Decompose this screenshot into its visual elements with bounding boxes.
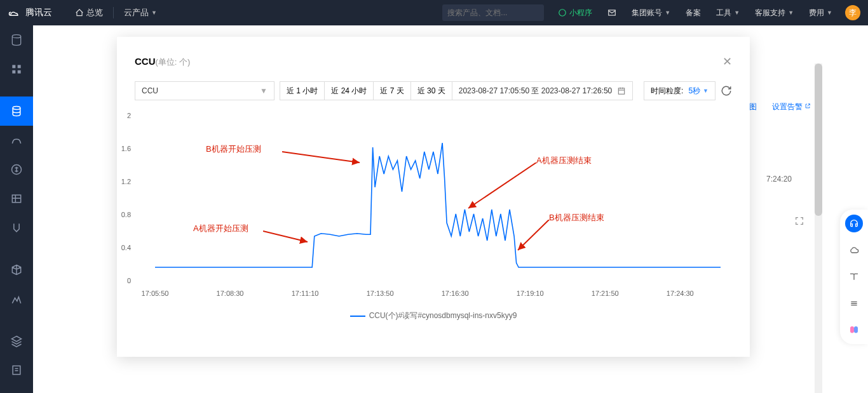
svg-point-3 bbox=[12, 35, 20, 38]
sidebar-sep bbox=[0, 84, 33, 97]
brain-icon[interactable] bbox=[845, 321, 863, 339]
sidebar-billing-icon[interactable] bbox=[0, 155, 33, 184]
link-alarm-label: 设置告警 bbox=[772, 102, 803, 111]
nav-products-label: 云产品 bbox=[124, 7, 149, 18]
legend-line-icon bbox=[350, 316, 365, 317]
x-tick: 17:19:10 bbox=[517, 290, 544, 297]
legend-label: CCU(个)#读写#cynosdbmysql-ins-nxv5kyy9 bbox=[369, 311, 517, 320]
home-icon bbox=[75, 8, 84, 17]
modal-title: CCU(单位: 个) bbox=[135, 56, 190, 68]
search-box[interactable] bbox=[442, 4, 544, 21]
x-tick: 17:24:30 bbox=[667, 290, 694, 297]
calendar-icon bbox=[617, 86, 626, 95]
svg-rect-6 bbox=[12, 70, 15, 74]
timestamp-fragment: 7:24:20 bbox=[766, 175, 792, 183]
y-tick: 2 bbox=[127, 112, 131, 119]
left-sidebar bbox=[0, 25, 33, 393]
right-float-bar bbox=[840, 210, 868, 344]
miniapp-link[interactable]: 小程序 bbox=[552, 8, 599, 18]
chevron-down-icon: ▼ bbox=[788, 10, 794, 16]
arrow-icon bbox=[463, 163, 539, 213]
miniapp-icon bbox=[558, 8, 567, 17]
mail-link[interactable] bbox=[601, 8, 623, 17]
granularity-value: 5秒 bbox=[688, 86, 700, 97]
x-tick: 17:16:30 bbox=[442, 290, 469, 297]
cloud-icon[interactable] bbox=[845, 241, 863, 259]
sidebar-migrate-icon[interactable] bbox=[0, 213, 33, 243]
svg-rect-10 bbox=[12, 195, 20, 203]
beian-link[interactable]: 备案 bbox=[679, 8, 707, 18]
y-tick: 0.4 bbox=[121, 244, 131, 251]
chart-plot bbox=[155, 112, 721, 290]
nav-overview[interactable]: 总览 bbox=[75, 7, 103, 18]
tencent-cloud-logo-icon bbox=[8, 8, 20, 17]
support-link[interactable]: 客服支持▼ bbox=[749, 8, 800, 18]
svg-rect-11 bbox=[13, 366, 20, 374]
svg-line-16 bbox=[518, 220, 549, 250]
top-bar: 腾讯云 总览 云产品 ▼ 小程序 集团账号▼ 备案 工具▼ 客服支持▼ 费用▼ … bbox=[0, 0, 868, 25]
tools-link[interactable]: 工具▼ bbox=[710, 8, 746, 18]
range-1h[interactable]: 近 1 小时 bbox=[280, 82, 325, 100]
svg-line-15 bbox=[468, 163, 536, 208]
metric-select[interactable]: CCU ▼ bbox=[135, 81, 275, 100]
scrollbar-track[interactable] bbox=[815, 63, 822, 393]
chevron-down-icon: ▼ bbox=[827, 10, 832, 16]
modal-title-unit: (单位: 个) bbox=[156, 57, 191, 67]
menu-icon[interactable] bbox=[845, 295, 863, 312]
range-24h[interactable]: 近 24 小时 bbox=[325, 82, 374, 100]
y-tick: 0 bbox=[127, 277, 131, 284]
cost-link[interactable]: 费用▼ bbox=[803, 8, 839, 18]
arrow-icon bbox=[263, 226, 314, 245]
svg-point-1 bbox=[559, 10, 566, 17]
sidebar-serverless-icon[interactable] bbox=[0, 126, 33, 155]
sidebar-db-icon[interactable] bbox=[0, 25, 33, 55]
search-input[interactable] bbox=[447, 8, 543, 17]
sidebar-log-icon[interactable] bbox=[0, 356, 33, 385]
sidebar-layers-icon[interactable] bbox=[0, 326, 33, 356]
close-button[interactable]: ✕ bbox=[722, 55, 732, 69]
date-range-display[interactable]: 2023-08-27 17:05:50 至 2023-08-27 17:26:5… bbox=[452, 81, 634, 100]
svg-rect-4 bbox=[12, 65, 15, 68]
range-30d[interactable]: 近 30 天 bbox=[411, 82, 452, 100]
y-tick: 0.8 bbox=[121, 211, 131, 218]
account-link[interactable]: 集团账号▼ bbox=[625, 8, 677, 18]
external-link-icon bbox=[804, 103, 811, 109]
sidebar-cube-icon[interactable] bbox=[0, 255, 33, 284]
annot-a-start: A机器开始压测 bbox=[193, 223, 248, 234]
annot-b-end: B机器压测结束 bbox=[549, 212, 604, 223]
help-headset-icon[interactable] bbox=[845, 215, 863, 232]
sidebar-perf-icon[interactable] bbox=[0, 284, 33, 314]
date-range-text: 2023-08-27 17:05:50 至 2023-08-27 17:26:5… bbox=[459, 86, 613, 97]
chevron-down-icon: ▼ bbox=[260, 86, 268, 95]
range-7d[interactable]: 近 7 天 bbox=[374, 82, 410, 100]
fullscreen-icon[interactable] bbox=[794, 216, 804, 229]
scrollbar-thumb[interactable] bbox=[815, 63, 822, 216]
svg-point-8 bbox=[13, 107, 20, 110]
link-alarm[interactable]: 设置告警 bbox=[772, 102, 811, 112]
support-label: 客服支持 bbox=[755, 8, 785, 18]
sidebar-sep bbox=[0, 243, 33, 255]
svg-rect-7 bbox=[18, 70, 21, 74]
mail-icon bbox=[607, 8, 616, 17]
x-tick: 17:08:30 bbox=[217, 290, 244, 297]
chart-legend: CCU(个)#读写#cynosdbmysql-ins-nxv5kyy9 bbox=[117, 310, 750, 321]
miniapp-label: 小程序 bbox=[569, 8, 592, 18]
svg-rect-12 bbox=[619, 88, 625, 94]
svg-rect-5 bbox=[18, 65, 21, 68]
chart-area: 2 1.6 1.2 0.8 0.4 0 17:05:50 17:08:30 17… bbox=[117, 105, 750, 339]
modal-controls: CCU ▼ 近 1 小时 近 24 小时 近 7 天 近 30 天 2023-0… bbox=[117, 74, 750, 105]
nav-products[interactable]: 云产品 ▼ bbox=[124, 7, 157, 18]
avatar[interactable]: 李 bbox=[845, 5, 860, 20]
granularity-select[interactable]: 5秒 ▼ bbox=[688, 86, 709, 97]
annot-a-end: A机器压测结束 bbox=[536, 155, 592, 166]
link-chart[interactable]: 图 bbox=[749, 102, 757, 112]
cost-label: 费用 bbox=[809, 8, 824, 18]
refresh-icon[interactable] bbox=[721, 85, 732, 97]
book-icon[interactable] bbox=[845, 268, 863, 286]
top-right-nav: 小程序 集团账号▼ 备案 工具▼ 客服支持▼ 费用▼ 李 bbox=[552, 5, 860, 20]
x-tick: 17:05:50 bbox=[142, 290, 169, 297]
granularity-box: 时间粒度: 5秒 ▼ bbox=[644, 81, 715, 100]
sidebar-grid-icon[interactable] bbox=[0, 55, 33, 84]
sidebar-table-icon[interactable] bbox=[0, 184, 33, 213]
sidebar-instance-icon[interactable] bbox=[0, 97, 33, 126]
